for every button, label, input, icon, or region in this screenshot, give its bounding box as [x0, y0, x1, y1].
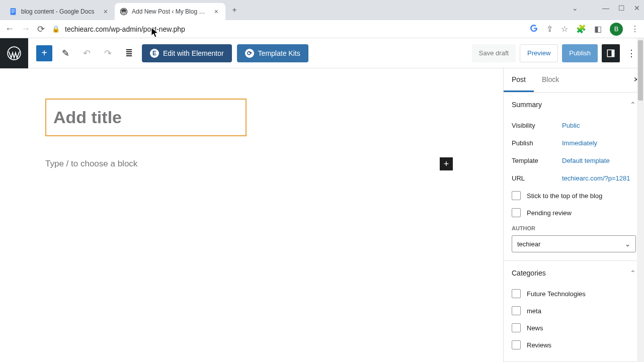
gdocs-icon: [9, 8, 17, 16]
summary-heading: Summary: [512, 101, 542, 109]
chevron-down-icon: ⌄: [625, 240, 630, 248]
svg-rect-2: [12, 11, 15, 12]
preview-button[interactable]: Preview: [520, 44, 558, 62]
url-label: URL: [512, 174, 562, 182]
wp-icon: [120, 8, 128, 16]
checkbox[interactable]: [512, 208, 521, 217]
chevron-up-icon: ⌃: [630, 269, 636, 277]
author-label: AUTHOR: [512, 225, 636, 231]
publish-value[interactable]: Immediately: [562, 139, 597, 147]
category-label: meta: [527, 307, 541, 315]
scrollbar-thumb[interactable]: [638, 40, 643, 101]
add-block-button[interactable]: +: [440, 157, 453, 170]
checkbox[interactable]: [512, 289, 521, 298]
tab-block[interactable]: Block: [534, 68, 567, 92]
profile-avatar[interactable]: B: [610, 23, 623, 36]
svg-rect-0: [11, 8, 16, 15]
tab-title: blog content - Google Docs: [21, 8, 98, 15]
browser-tab-wp[interactable]: Add New Post ‹ My Blog — Wor ×: [115, 3, 225, 20]
reload-button[interactable]: ⟳: [37, 24, 45, 35]
back-button[interactable]: ←: [5, 24, 14, 34]
post-title-input[interactable]: Add title: [45, 99, 247, 136]
svg-rect-9: [612, 50, 614, 57]
url-text: techiearc.com/wp-admin/post-new.php: [65, 25, 185, 33]
maximize-icon[interactable]: ☐: [618, 4, 625, 12]
url-input[interactable]: 🔒 techiearc.com/wp-admin/post-new.php: [52, 25, 522, 33]
save-draft-button[interactable]: Save draft: [472, 44, 516, 62]
editor-toolbar: + ✎ ↶ ↷ ≣ E Edit with Elementor ⟳ Templa…: [0, 38, 644, 68]
settings-sidebar: Post Block × Summary ⌃ Visibility Public…: [503, 68, 644, 362]
title-placeholder: Add title: [53, 108, 238, 127]
pending-checkbox-row[interactable]: Pending review: [512, 204, 636, 221]
edit-elementor-button[interactable]: E Edit with Elementor: [142, 44, 232, 62]
chevron-up-icon: ⌃: [630, 101, 636, 109]
checkbox[interactable]: [512, 323, 521, 332]
menu-icon[interactable]: ⋮: [631, 24, 639, 34]
document-overview-button[interactable]: ≣: [121, 45, 137, 61]
minimize-icon[interactable]: —: [602, 4, 609, 12]
summary-panel-toggle[interactable]: Summary ⌃: [504, 93, 644, 117]
svg-rect-1: [12, 10, 15, 10]
block-inserter-button[interactable]: +: [36, 45, 52, 61]
tab-title: Add New Post ‹ My Blog — Wor: [132, 8, 208, 15]
pending-label: Pending review: [527, 209, 572, 217]
visibility-value[interactable]: Public: [562, 122, 580, 129]
publish-button[interactable]: Publish: [562, 44, 598, 62]
elementor-label: Edit with Elementor: [163, 49, 224, 57]
tab-search-icon[interactable]: ⌄: [572, 4, 578, 12]
author-value: techiear: [517, 240, 540, 248]
close-icon[interactable]: ×: [212, 8, 220, 16]
categories-panel-toggle[interactable]: Categories ⌃: [504, 261, 644, 285]
author-select[interactable]: techiear ⌄: [512, 235, 636, 252]
elementor-icon: E: [150, 49, 159, 58]
template-label: Template: [512, 157, 562, 164]
redo-button[interactable]: ↷: [100, 45, 116, 61]
undo-button[interactable]: ↶: [78, 45, 95, 61]
checkbox[interactable]: [512, 306, 521, 315]
publish-label: Publish: [512, 139, 562, 147]
stick-checkbox-row[interactable]: Stick to the top of the blog: [512, 187, 636, 204]
browser-tab-strip: blog content - Google Docs × Add New Pos…: [0, 0, 644, 20]
stick-label: Stick to the top of the blog: [527, 192, 602, 200]
template-kits-icon: ⟳: [245, 49, 254, 58]
category-label: News: [527, 324, 543, 332]
settings-toggle-button[interactable]: [602, 44, 620, 62]
address-bar: ← → ⟳ 🔒 techiearc.com/wp-admin/post-new.…: [0, 20, 644, 38]
category-row[interactable]: Future Technologies: [512, 285, 636, 302]
visibility-label: Visibility: [512, 122, 562, 129]
google-lens-icon[interactable]: [529, 24, 538, 35]
checkbox[interactable]: [512, 191, 521, 200]
template-kits-button[interactable]: ⟳ Template Kits: [237, 44, 308, 62]
template-value[interactable]: Default template: [562, 157, 610, 164]
share-icon[interactable]: ⇪: [546, 24, 553, 34]
forward-button[interactable]: →: [21, 24, 30, 34]
category-label: Reviews: [527, 341, 551, 349]
sidepanel-icon[interactable]: ◧: [594, 24, 602, 34]
wp-logo[interactable]: [0, 38, 28, 68]
tab-post[interactable]: Post: [504, 68, 534, 92]
close-window-icon[interactable]: ✕: [634, 4, 640, 12]
extensions-icon[interactable]: 🧩: [576, 24, 586, 34]
tools-button[interactable]: ✎: [57, 45, 73, 61]
bookmark-icon[interactable]: ☆: [561, 24, 568, 34]
lock-icon: 🔒: [52, 25, 60, 33]
category-row[interactable]: News: [512, 319, 636, 336]
checkbox[interactable]: [512, 340, 521, 349]
close-icon[interactable]: ×: [102, 8, 110, 16]
category-row[interactable]: Reviews: [512, 336, 636, 353]
category-row[interactable]: meta: [512, 302, 636, 319]
categories-heading: Categories: [512, 269, 546, 277]
category-label: Future Technologies: [527, 290, 586, 298]
url-value[interactable]: techiearc.com/?p=1281: [562, 174, 630, 182]
svg-rect-3: [12, 12, 14, 13]
editor-canvas[interactable]: Add title Type / to choose a block +: [0, 68, 503, 362]
browser-tab-gdocs[interactable]: blog content - Google Docs ×: [4, 3, 115, 20]
block-placeholder[interactable]: Type / to choose a block: [45, 159, 137, 169]
new-tab-button[interactable]: +: [227, 3, 242, 17]
template-kits-label: Template Kits: [258, 49, 300, 57]
